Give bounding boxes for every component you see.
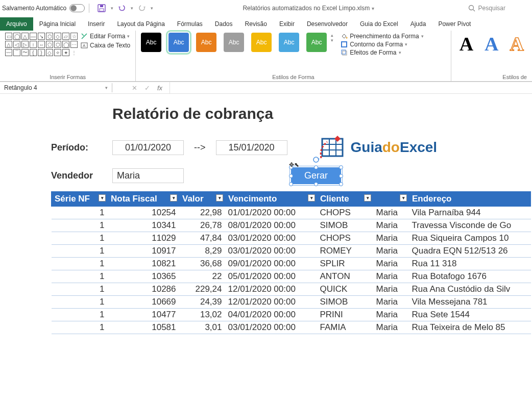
table-row[interactable]: 11102947,8403/01/2020 00:00CHOPSMariaRua… [52, 232, 531, 245]
cell-vencimento[interactable]: 03/01/2020 00:00 [225, 321, 317, 334]
cell-nf[interactable]: 10365 [108, 270, 179, 283]
filter-icon[interactable]: ▾ [400, 194, 407, 201]
wordart-style-orange-outline[interactable]: A [510, 33, 524, 55]
tab-dados[interactable]: Dados [209, 17, 239, 31]
table-row[interactable]: 11066924,3912/01/2020 00:00SIMOBMariaVil… [52, 296, 531, 309]
col-blank[interactable]: ▾ [373, 192, 409, 207]
undo-chevron-icon[interactable]: ▾ [131, 6, 133, 11]
col-cliente[interactable]: Cliente▾ [317, 192, 373, 207]
shape-style-green[interactable]: Abc [306, 33, 327, 52]
cell-valor[interactable]: 229,24 [179, 283, 225, 296]
period-from-input[interactable]: 01/01/2020 [112, 140, 184, 155]
formula-accept-icon[interactable]: ✓ [144, 84, 150, 92]
cell-nf[interactable]: 10821 [108, 258, 179, 270]
shape-styles-more-icon[interactable]: ▴▾ [331, 33, 333, 43]
text-box-button[interactable]: A Caixa de Texto [81, 42, 130, 49]
cell-nf[interactable]: 10254 [108, 207, 179, 219]
cell-vendedor[interactable]: Maria [373, 270, 409, 283]
table-row[interactable]: 11082136,6809/01/2020 00:00SPLIRMariaRua… [52, 258, 531, 270]
cell-nf[interactable]: 10669 [108, 296, 179, 309]
cell-vencimento[interactable]: 03/01/2020 00:00 [225, 245, 317, 258]
col-valor[interactable]: Valor▾ [179, 192, 225, 207]
cell-valor[interactable]: 26,78 [179, 219, 225, 232]
cell-nf[interactable]: 10341 [108, 219, 179, 232]
autosave-toggle[interactable]: Salvamento Automático [2, 4, 85, 12]
cell-vendedor[interactable]: Maria [373, 207, 409, 219]
cell-vendedor[interactable]: Maria [373, 245, 409, 258]
shape-fill-button[interactable]: Preenchimento da Forma ▾ [341, 33, 423, 40]
shape-outline-button[interactable]: Contorno da Forma ▾ [341, 41, 423, 48]
save-icon[interactable] [98, 4, 106, 12]
cell-vendedor[interactable]: Maria [373, 296, 409, 309]
cell-vendedor[interactable]: Maria [373, 258, 409, 270]
cell-nf[interactable]: 11029 [108, 232, 179, 245]
table-row[interactable]: 11047713,0204/01/2020 00:00PRINIMariaRua… [52, 309, 531, 321]
cell-serie[interactable]: 1 [52, 296, 108, 309]
cell-valor[interactable]: 3,01 [179, 321, 225, 334]
cell-endereco[interactable]: Vila Messejana 781 [409, 296, 531, 309]
cell-vencimento[interactable]: 12/01/2020 00:00 [225, 283, 317, 296]
shape-styles-gallery[interactable]: Abc Abc Abc Abc Abc Abc Abc ▴▾ [141, 33, 333, 56]
cell-valor[interactable]: 24,39 [179, 296, 225, 309]
shape-style-blue[interactable]: Abc [168, 33, 189, 52]
table-row[interactable]: 1109178,2903/01/2020 00:00ROMEYMariaQuad… [52, 245, 531, 258]
cell-cliente[interactable]: QUICK [317, 283, 373, 296]
vendor-input[interactable]: Maria [112, 168, 184, 183]
tab-layout[interactable]: Layout da Página [111, 17, 171, 31]
cell-cliente[interactable]: ROMEY [317, 245, 373, 258]
cell-vencimento[interactable]: 12/01/2020 00:00 [225, 296, 317, 309]
cell-cliente[interactable]: ANTON [317, 270, 373, 283]
tab-pagina-inicial[interactable]: Página Inicial [33, 17, 82, 31]
table-row[interactable]: 11025422,9801/01/2020 00:00CHOPSMariaVil… [52, 207, 531, 219]
cell-endereco[interactable]: Rua Teixeira de Melo 85 [409, 321, 531, 334]
tab-guia-excel[interactable]: Guia do Excel [354, 17, 404, 31]
cell-vendedor[interactable]: Maria [373, 283, 409, 296]
tab-formulas[interactable]: Fórmulas [171, 17, 209, 31]
tab-power-pivot[interactable]: Power Pivot [432, 17, 477, 31]
cell-vencimento[interactable]: 05/01/2020 00:00 [225, 270, 317, 283]
worksheet-area[interactable]: Relatório de cobrança Período: 01/01/202… [0, 94, 532, 348]
shape-style-lightblue[interactable]: Abc [279, 33, 299, 52]
col-vencimento[interactable]: Vencimento▾ [225, 192, 317, 207]
cell-endereco[interactable]: Vila Parnaíba 944 [409, 207, 531, 219]
tab-revisao[interactable]: Revisão [239, 17, 273, 31]
cell-cliente[interactable]: SIMOB [317, 219, 373, 232]
name-box[interactable]: Retângulo 4 ▾ [0, 83, 112, 92]
cell-cliente[interactable]: SIMOB [317, 296, 373, 309]
cell-valor[interactable]: 36,68 [179, 258, 225, 270]
search-box[interactable]: Pesquisar [464, 4, 510, 13]
cell-vencimento[interactable]: 03/01/2020 00:00 [225, 232, 317, 245]
qat-chevron-icon[interactable]: ▾ [111, 6, 113, 11]
col-endereco[interactable]: Endereço [409, 192, 531, 207]
cell-valor[interactable]: 13,02 [179, 309, 225, 321]
formula-cancel-icon[interactable]: ✕ [132, 84, 137, 92]
period-to-input[interactable]: 15/01/2020 [216, 140, 287, 155]
cell-endereco[interactable]: Quadra EQN 512/513 26 [409, 245, 531, 258]
tab-inserir[interactable]: Inserir [82, 17, 111, 31]
tab-arquivo[interactable]: Arquivo [0, 17, 33, 31]
cell-cliente[interactable]: CHOPS [317, 232, 373, 245]
cell-vendedor[interactable]: Maria [373, 321, 409, 334]
formula-input[interactable] [170, 82, 532, 93]
cell-vencimento[interactable]: 04/01/2020 00:00 [225, 309, 317, 321]
cell-cliente[interactable]: FAMIA [317, 321, 373, 334]
toggle-icon[interactable] [69, 4, 85, 12]
cell-endereco[interactable]: Rua Ana Custódio da Silv [409, 283, 531, 296]
cell-vencimento[interactable]: 09/01/2020 00:00 [225, 258, 317, 270]
cell-vendedor[interactable]: Maria [373, 219, 409, 232]
name-box-chevron-icon[interactable]: ▾ [105, 85, 108, 90]
table-row[interactable]: 1105813,0103/01/2020 00:00FAMIAMariaRua … [52, 321, 531, 334]
cell-endereco[interactable]: Rua Botafogo 1676 [409, 270, 531, 283]
cell-nf[interactable]: 10917 [108, 245, 179, 258]
filter-icon[interactable]: ▾ [99, 194, 106, 201]
cell-nf[interactable]: 10477 [108, 309, 179, 321]
edit-shape-button[interactable]: Editar Forma ▾ [81, 33, 130, 40]
cell-endereco[interactable]: Travessa Visconde de Go [409, 219, 531, 232]
cell-valor[interactable]: 22,98 [179, 207, 225, 219]
filter-icon[interactable]: ▾ [170, 194, 177, 201]
rotate-handle-icon[interactable] [312, 156, 320, 163]
wordart-gallery[interactable]: A A A [456, 33, 527, 55]
table-row[interactable]: 11034126,7808/01/2020 00:00SIMOBMariaTra… [52, 219, 531, 232]
cell-serie[interactable]: 1 [52, 283, 108, 296]
cell-serie[interactable]: 1 [52, 245, 108, 258]
